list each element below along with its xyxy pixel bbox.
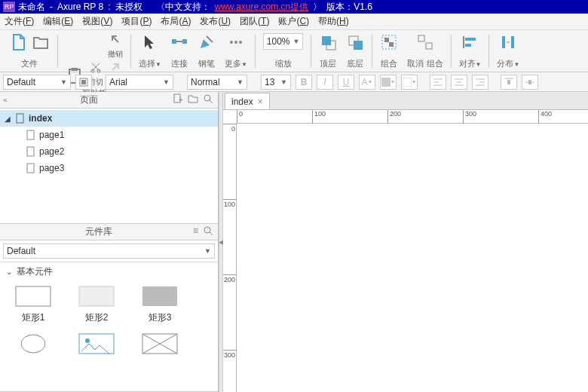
bring-front-button[interactable]: 顶层 (314, 33, 341, 69)
library-items-row2 (0, 329, 218, 359)
search-icon[interactable] (203, 93, 213, 106)
format-bar: Default▼ Arial▼ Normal▼ 13▼ B I U A▼ ▼ ▼ (0, 72, 588, 92)
library-item-rect1[interactable]: 矩形1 (9, 286, 57, 324)
pen-icon (198, 33, 216, 54)
menu-view[interactable]: 视图(V) (82, 15, 112, 28)
bold-button[interactable]: B (296, 75, 312, 90)
size-selector[interactable]: 13▼ (261, 75, 291, 90)
align-center-button[interactable] (451, 75, 467, 90)
menu-edit[interactable]: 编辑(E) (43, 15, 73, 28)
font-selector[interactable]: Arial▼ (106, 75, 173, 90)
select-tool[interactable]: 选择▼ (134, 33, 166, 69)
more-tools[interactable]: 更多▼ (220, 33, 252, 69)
page-label: page2 (39, 146, 64, 157)
valign-middle-button[interactable] (522, 75, 538, 90)
valign-top-button[interactable] (501, 75, 517, 90)
svg-line-43 (210, 232, 213, 235)
distribute-button[interactable]: 分布▼ (492, 33, 524, 69)
style-manager-button[interactable] (75, 75, 92, 90)
support-url[interactable]: www.axure.com.cn提供 (215, 1, 309, 14)
pen-tool[interactable]: 钢笔 (193, 33, 220, 69)
menu-team[interactable]: 团队(T) (240, 15, 269, 28)
style-selector[interactable]: Default▼ (3, 75, 71, 90)
svg-rect-18 (418, 35, 424, 41)
svg-point-10 (239, 41, 242, 44)
bring-front-icon (319, 33, 337, 54)
file-group: 文件 (5, 33, 54, 69)
left-panels: « 页面 + ◢ index page1 (0, 92, 219, 392)
page-tree-item[interactable]: page1 (0, 127, 218, 143)
filename: 未命名 (18, 1, 45, 14)
page-label: index (29, 113, 52, 124)
library-preset-selector[interactable]: Default ▼ (3, 243, 215, 259)
library-item-rect2[interactable]: 矩形2 (72, 286, 121, 324)
canvas-tab[interactable]: index × (225, 93, 270, 109)
page-tree-item[interactable]: page3 (0, 160, 218, 176)
menu-arrange[interactable]: 布局(A) (161, 15, 191, 28)
menu-help[interactable]: 帮助(H) (318, 15, 349, 28)
zoom-selector[interactable]: 100% ▼ (263, 33, 304, 50)
svg-rect-29 (403, 78, 412, 87)
design-canvas[interactable] (237, 124, 588, 392)
align-right-button[interactable] (472, 75, 488, 90)
weight-selector[interactable]: Normal▼ (187, 75, 247, 90)
svg-point-8 (230, 41, 233, 44)
italic-button[interactable]: I (317, 75, 333, 90)
chevron-down-icon: ▼ (237, 78, 243, 86)
tab-label: index (231, 96, 253, 107)
library-item-placeholder[interactable] (136, 333, 184, 354)
svg-rect-21 (465, 38, 476, 41)
page-tree-root[interactable]: ◢ index (0, 110, 218, 127)
title-bar: RP 未命名 - Axure RP 8 : 未授权 〈中文支持： www.axu… (0, 0, 588, 14)
open-file-icon[interactable] (32, 33, 50, 54)
close-icon[interactable]: × (258, 96, 263, 107)
svg-rect-41 (27, 164, 34, 173)
pages-panel: « 页面 + ◢ index page1 (0, 92, 218, 224)
group-button[interactable]: 组合 (375, 33, 403, 69)
send-back-button[interactable]: 底层 (341, 33, 369, 69)
connect-tool[interactable]: 连接 (166, 33, 193, 69)
menu-publish[interactable]: 发布(U) (200, 15, 231, 28)
svg-point-49 (85, 338, 90, 343)
svg-rect-38 (17, 114, 23, 123)
library-category[interactable]: ⌄ 基本元件 (0, 262, 218, 281)
underline-button[interactable]: U (338, 75, 354, 90)
app-name: Axure RP 8 (57, 2, 103, 12)
zoom-label: 缩放 (275, 58, 292, 69)
expand-arrow-icon[interactable]: ◢ (3, 115, 12, 123)
svg-rect-23 (502, 36, 505, 48)
svg-rect-5 (182, 39, 187, 44)
image-shape-icon (78, 333, 115, 354)
pages-panel-title: 页面 (5, 93, 173, 106)
svg-rect-40 (27, 147, 34, 156)
library-item-image[interactable] (72, 333, 121, 354)
page-tree-item[interactable]: page2 (0, 143, 218, 160)
svg-rect-48 (79, 334, 114, 354)
zoom-value: 100% (267, 36, 290, 47)
menu-project[interactable]: 项目(P) (121, 15, 152, 28)
search-icon[interactable] (203, 225, 213, 238)
svg-rect-24 (511, 36, 514, 48)
add-page-icon[interactable]: + (173, 93, 183, 106)
ungroup-button[interactable]: 取消 组合 (403, 33, 447, 69)
align-left-button[interactable] (430, 75, 446, 90)
border-color-button[interactable]: ▼ (401, 75, 418, 90)
menu-account[interactable]: 账户(C) (278, 15, 309, 28)
library-item-rect3[interactable]: 矩形3 (136, 286, 184, 324)
svg-line-37 (210, 100, 213, 103)
add-folder-icon[interactable] (188, 93, 198, 106)
text-color-button[interactable]: A▼ (359, 75, 375, 90)
fill-color-button[interactable]: ▼ (380, 75, 397, 90)
align-button[interactable]: 对齐▼ (455, 33, 486, 69)
new-file-icon[interactable] (9, 33, 27, 54)
undo-button[interactable]: 撤销 (108, 33, 123, 60)
menu-file[interactable]: 文件(F) (5, 15, 34, 28)
library-panel-title: 元件库 (5, 225, 193, 238)
ruler-tick: 200 (223, 274, 237, 283)
library-menu-icon[interactable]: ≡ (193, 225, 198, 238)
library-item-ellipse[interactable] (9, 333, 57, 354)
tab-strip: index × (223, 92, 588, 110)
collapse-icon[interactable]: « (3, 96, 8, 104)
pointer-icon (141, 33, 159, 54)
library-category-label: 基本元件 (17, 265, 53, 278)
